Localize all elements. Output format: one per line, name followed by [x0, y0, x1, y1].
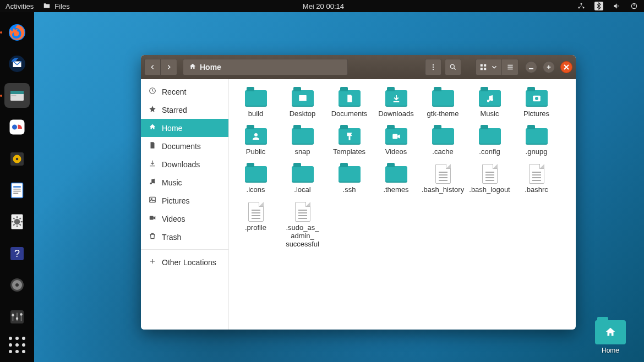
power-icon[interactable]: [630, 2, 638, 10]
folder--cache[interactable]: .cache: [419, 123, 466, 156]
show-applications-button[interactable]: [4, 333, 30, 358]
folder-icon: [339, 90, 361, 107]
dock-writer[interactable]: [4, 178, 30, 202]
back-button[interactable]: [144, 59, 161, 75]
pathbar[interactable]: Home: [183, 59, 348, 75]
item-label: .cache: [432, 148, 453, 156]
folder-public[interactable]: Public: [232, 123, 279, 156]
folder-snap[interactable]: snap: [279, 123, 326, 156]
more-actions-button[interactable]: [425, 59, 441, 75]
app-menu[interactable]: Files: [42, 2, 69, 10]
svg-point-2: [583, 7, 585, 8]
dock-firefox[interactable]: [4, 20, 30, 45]
document-icon: [149, 141, 156, 151]
file--bash-history[interactable]: .bash_​history: [419, 161, 466, 194]
svg-rect-17: [13, 189, 21, 190]
item-label: Templates: [333, 148, 365, 156]
folder--local[interactable]: .local: [279, 161, 326, 194]
sidebar: RecentStarredHomeDocumentsDownloadsMusic…: [141, 79, 229, 330]
item-label: .bash_​logout: [469, 186, 510, 194]
svg-point-1: [578, 7, 580, 8]
dock-tweaks[interactable]: [4, 304, 30, 329]
dock-thunderbird[interactable]: [4, 51, 30, 76]
item-label: .icons: [247, 186, 265, 194]
video-icon: [149, 214, 156, 223]
sidebar-item-music[interactable]: Music: [141, 173, 228, 191]
desktop-home-folder[interactable]: Home: [590, 320, 631, 354]
file--profile[interactable]: .profile: [232, 199, 279, 249]
hamburger-menu-button[interactable]: [502, 59, 519, 75]
folder-icon: [245, 128, 267, 145]
dock-software[interactable]: [4, 114, 30, 139]
sidebar-item-label: Music: [162, 178, 182, 187]
folder-gtk-theme[interactable]: gtk-theme: [419, 85, 466, 118]
volume-icon[interactable]: [612, 2, 621, 10]
folder--icons[interactable]: .icons: [232, 161, 279, 194]
icon-view-button[interactable]: [476, 59, 502, 75]
file--bashrc[interactable]: .bashrc: [513, 161, 560, 194]
sidebar-item-trash[interactable]: Trash: [141, 228, 228, 246]
forward-button[interactable]: [161, 59, 177, 75]
activities-button[interactable]: Activities: [6, 2, 34, 10]
app-menu-label: Files: [54, 2, 69, 10]
svg-point-26: [15, 283, 19, 287]
svg-point-13: [16, 157, 19, 160]
sidebar-item-recent[interactable]: Recent: [141, 83, 228, 101]
nav-buttons: [144, 59, 177, 75]
trash-icon: [149, 232, 156, 242]
sidebar-item-downloads[interactable]: Downloads: [141, 155, 228, 173]
dock-rhythmbox[interactable]: [4, 146, 30, 171]
maximize-button[interactable]: [543, 61, 555, 73]
clock[interactable]: Mei 20 00:14: [303, 2, 344, 10]
search-button[interactable]: [445, 59, 461, 75]
folder-pictures[interactable]: Pictures: [513, 85, 560, 118]
folder-icon: [339, 166, 361, 183]
sidebar-item-label: Recent: [162, 87, 186, 96]
item-label: .sudo_​as_​admin_​successful: [279, 224, 326, 249]
svg-text:?: ?: [14, 248, 20, 259]
svg-point-51: [254, 133, 258, 136]
sidebar-item-label: Documents: [162, 142, 201, 151]
sidebar-item-starred[interactable]: Starred: [141, 101, 228, 119]
network-icon[interactable]: [577, 2, 586, 10]
svg-point-33: [433, 69, 434, 70]
close-button[interactable]: [560, 61, 572, 73]
folder-downloads[interactable]: Downloads: [373, 85, 419, 118]
download-icon: [149, 160, 156, 169]
file--bash-logout[interactable]: .bash_​logout: [466, 161, 513, 194]
sidebar-item-videos[interactable]: Videos: [141, 210, 228, 228]
folder--ssh[interactable]: .ssh: [326, 161, 373, 194]
bluetooth-icon[interactable]: [594, 2, 603, 10]
file--sudo-as-admin-successful[interactable]: .sudo_​as_​admin_​successful: [279, 199, 326, 249]
folder-icon: [526, 90, 548, 107]
svg-rect-44: [150, 216, 154, 220]
folder-templates[interactable]: Templates: [326, 123, 373, 156]
sidebar-item-home[interactable]: Home: [141, 119, 228, 137]
file-view[interactable]: buildDesktopDocumentsDownloadsgtk-themeM…: [229, 79, 576, 330]
dock-settings[interactable]: [4, 210, 30, 234]
minimize-button[interactable]: [525, 61, 537, 73]
folder--gnupg[interactable]: .gnupg: [513, 123, 560, 156]
folder-documents[interactable]: Documents: [326, 85, 373, 118]
sidebar-item-documents[interactable]: Documents: [141, 137, 228, 155]
folder-icon: [432, 90, 454, 107]
chevron-down-icon: [490, 63, 498, 71]
dock-help[interactable]: ?: [4, 241, 30, 266]
folder--themes[interactable]: .themes: [373, 161, 419, 194]
svg-point-31: [433, 64, 434, 65]
dock-files[interactable]: [4, 83, 30, 108]
folder-icon: [479, 90, 501, 107]
item-label: .config: [479, 148, 500, 156]
home-icon: [189, 63, 197, 72]
folder-music[interactable]: Music: [466, 85, 513, 118]
folder-desktop[interactable]: Desktop: [279, 85, 326, 118]
sidebar-item-other-locations[interactable]: Other Locations: [141, 253, 228, 271]
folder-icon: [595, 320, 626, 344]
folder-videos[interactable]: Videos: [373, 123, 419, 156]
folder-build[interactable]: build: [232, 85, 279, 118]
svg-point-21: [14, 219, 20, 225]
folder--config[interactable]: .config: [466, 123, 513, 156]
dock-disk[interactable]: [4, 273, 30, 298]
folder-icon: [385, 90, 407, 107]
sidebar-item-pictures[interactable]: Pictures: [141, 191, 228, 210]
